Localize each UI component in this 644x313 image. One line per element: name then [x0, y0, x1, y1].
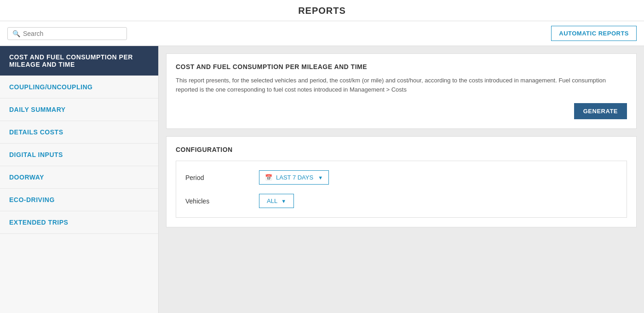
period-chevron-down-icon: ▼ — [318, 175, 323, 180]
content-area: COST AND FUEL CONSUMPTION PER MILEAGE AN… — [159, 46, 644, 313]
toolbar: 🔍 AUTOMATIC REPORTS — [0, 21, 644, 46]
automatic-reports-button[interactable]: AUTOMATIC REPORTS — [551, 26, 637, 41]
period-label: Period — [185, 174, 259, 181]
vehicles-value: ALL — [267, 197, 277, 204]
sidebar-item-coupling[interactable]: COUPLING/UNCOUPLING — [0, 76, 158, 99]
configuration-inner: Period 📅 LAST 7 DAYS ▼ Vehicles ALL ▼ — [176, 161, 627, 218]
calendar-icon: 📅 — [265, 174, 272, 181]
main-layout: COST AND FUEL CONSUMPTION PER MILEAGE AN… — [0, 46, 644, 313]
report-description: This report presents, for the selected v… — [176, 76, 627, 94]
configuration-card: CONFIGURATION Period 📅 LAST 7 DAYS ▼ Veh… — [166, 136, 637, 227]
search-input[interactable] — [23, 30, 122, 37]
period-row: Period 📅 LAST 7 DAYS ▼ — [185, 170, 617, 185]
report-header-card: COST AND FUEL CONSUMPTION PER MILEAGE AN… — [166, 53, 637, 129]
sidebar-item-digital-inputs[interactable]: DIGITAL INPUTS — [0, 144, 158, 166]
sidebar: COST AND FUEL CONSUMPTION PER MILEAGE AN… — [0, 46, 159, 313]
period-dropdown[interactable]: 📅 LAST 7 DAYS ▼ — [259, 170, 329, 185]
search-box[interactable]: 🔍 — [7, 27, 127, 40]
configuration-title: CONFIGURATION — [176, 146, 627, 153]
sidebar-item-extended-trips[interactable]: EXTENDED TRIPS — [0, 211, 158, 234]
vehicles-chevron-down-icon: ▼ — [281, 198, 286, 204]
page-title: REPORTS — [0, 0, 644, 21]
generate-button[interactable]: GENERATE — [574, 103, 627, 119]
search-icon: 🔍 — [12, 30, 20, 37]
sidebar-item-daily-summary[interactable]: DAILY SUMMARY — [0, 99, 158, 121]
sidebar-item-doorway[interactable]: DOORWAY — [0, 166, 158, 189]
period-value: LAST 7 DAYS — [276, 174, 313, 181]
sidebar-item-cost-fuel[interactable]: COST AND FUEL CONSUMPTION PER MILEAGE AN… — [0, 46, 158, 76]
vehicles-row: Vehicles ALL ▼ — [185, 194, 617, 208]
generate-btn-container: GENERATE — [176, 103, 627, 119]
vehicles-label: Vehicles — [185, 197, 259, 205]
report-card-title: COST AND FUEL CONSUMPTION PER MILEAGE AN… — [176, 63, 627, 70]
sidebar-item-details-costs[interactable]: DETAILS COSTS — [0, 121, 158, 144]
vehicles-dropdown[interactable]: ALL ▼ — [259, 194, 294, 208]
sidebar-item-eco-driving[interactable]: ECO-DRIVING — [0, 189, 158, 211]
